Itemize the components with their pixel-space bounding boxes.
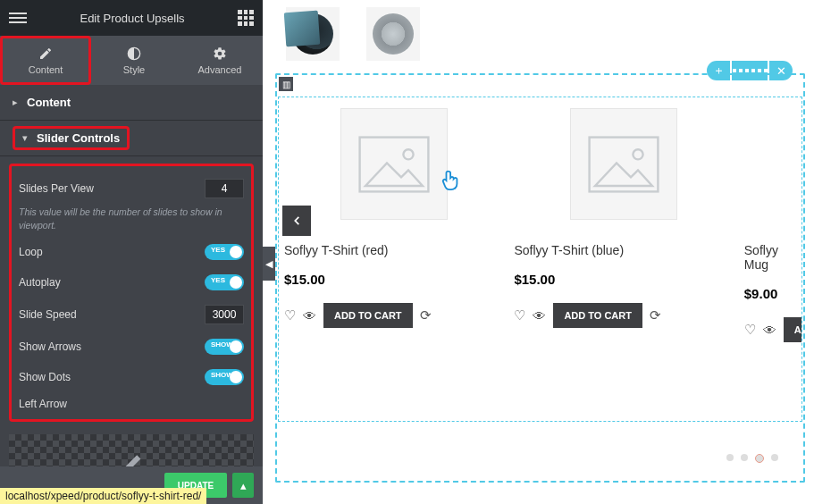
tab-advanced-label: Advanced xyxy=(198,64,242,75)
section-overlay[interactable]: ＋ ✕ ▥ Soflyy T-Shirt (red) $15.00 ♡ 👁 xyxy=(275,73,805,483)
quickview-icon[interactable]: 👁 xyxy=(303,308,316,323)
wishlist-icon[interactable]: ♡ xyxy=(744,322,756,338)
slider-controls-panel: Slides Per View This value will be the n… xyxy=(9,164,254,422)
product-card: Soflyy Mug $9.00 ♡ 👁 AD xyxy=(739,97,801,421)
slider-prev-button[interactable] xyxy=(282,206,311,236)
quickview-icon[interactable]: 👁 xyxy=(533,308,546,323)
editor-sidebar: Edit Product Upsells Content Style Advan… xyxy=(0,0,263,504)
dot[interactable] xyxy=(741,454,748,461)
field-slide-speed: Slide Speed xyxy=(19,298,244,332)
add-to-cart-button[interactable]: ADD TO CART xyxy=(553,303,642,328)
slide-speed-input[interactable] xyxy=(205,305,244,324)
add-to-cart-button[interactable]: ADD TO CART xyxy=(323,303,413,328)
product-title[interactable]: Soflyy Mug xyxy=(744,243,801,272)
pencil-icon xyxy=(38,46,53,61)
svg-rect-3 xyxy=(590,137,659,191)
show-arrows-toggle[interactable]: SHOW xyxy=(205,339,244,355)
menu-icon[interactable] xyxy=(9,9,27,27)
chevron-left-icon xyxy=(290,214,303,227)
thumb-2[interactable] xyxy=(366,7,420,61)
section-content-label: Content xyxy=(27,96,71,109)
svg-point-2 xyxy=(403,149,413,159)
wishlist-icon[interactable]: ♡ xyxy=(514,307,525,323)
dot[interactable] xyxy=(726,454,734,461)
field-show-arrows: Show Arrows SHOW xyxy=(19,332,244,362)
products-row: Soflyy T-Shirt (red) $15.00 ♡ 👁 ADD TO C… xyxy=(279,97,801,421)
slides-per-view-help: This value will be the number of slides … xyxy=(19,206,244,237)
delete-section-button[interactable]: ✕ xyxy=(769,61,793,80)
show-dots-label: Show Dots xyxy=(19,371,71,383)
dot-active[interactable] xyxy=(755,454,764,463)
tab-content-label: Content xyxy=(29,64,63,75)
slider-dots xyxy=(726,454,778,463)
product-card: Soflyy T-Shirt (red) $15.00 ♡ 👁 ADD TO C… xyxy=(279,97,508,421)
contrast-icon xyxy=(127,46,141,61)
field-slides-per-view: Slides Per View xyxy=(19,172,244,206)
update-options-button[interactable]: ▴ xyxy=(232,473,254,498)
panel-tabs: Content Style Advanced xyxy=(0,36,263,85)
section-header-content[interactable]: ▸ Content xyxy=(0,85,263,121)
product-price: $9.00 xyxy=(744,286,801,301)
sidebar-header: Edit Product Upsells xyxy=(0,0,263,36)
left-arrow-label: Left Arrow xyxy=(19,392,244,410)
gear-icon xyxy=(213,46,227,61)
autoplay-toggle[interactable]: YES xyxy=(205,274,244,290)
placeholder-image[interactable] xyxy=(570,108,677,220)
gallery-thumbs xyxy=(286,7,420,61)
tab-advanced[interactable]: Advanced xyxy=(177,36,263,85)
svg-rect-1 xyxy=(359,137,428,191)
image-placeholder-icon xyxy=(358,133,430,196)
loop-label: Loop xyxy=(19,246,43,258)
tab-style-label: Style xyxy=(123,64,145,75)
placeholder-image[interactable] xyxy=(340,108,448,220)
product-actions: ♡ 👁 AD xyxy=(744,317,801,342)
field-loop: Loop YES xyxy=(19,237,244,267)
product-title[interactable]: Soflyy T-Shirt (red) xyxy=(284,243,508,257)
cursor-hand-icon xyxy=(441,170,461,195)
field-autoplay: Autoplay YES xyxy=(19,267,244,298)
chevron-right-icon: ▸ xyxy=(13,97,18,108)
product-actions: ♡ 👁 ADD TO CART ⟳ xyxy=(514,303,738,328)
autoplay-label: Autoplay xyxy=(19,276,61,289)
product-price: $15.00 xyxy=(284,272,508,287)
section-slider-label: Slider Controls xyxy=(37,131,120,145)
compare-icon[interactable]: ⟳ xyxy=(420,307,432,323)
slide-speed-label: Slide Speed xyxy=(19,308,77,321)
product-price: $15.00 xyxy=(514,272,738,287)
show-dots-toggle[interactable]: SHOW xyxy=(205,369,244,385)
product-actions: ♡ 👁 ADD TO CART ⟳ xyxy=(284,303,508,328)
product-card: Soflyy T-Shirt (blue) $15.00 ♡ 👁 ADD TO … xyxy=(508,97,738,421)
loop-toggle[interactable]: YES xyxy=(205,244,244,260)
chevron-down-icon: ▾ xyxy=(22,132,28,144)
compare-icon[interactable]: ⟳ xyxy=(650,307,661,323)
dot[interactable] xyxy=(771,454,778,461)
widget-overlay[interactable]: Soflyy T-Shirt (red) $15.00 ♡ 👁 ADD TO C… xyxy=(278,97,802,422)
slides-per-view-input[interactable] xyxy=(205,179,244,198)
show-arrows-label: Show Arrows xyxy=(19,340,81,353)
add-to-cart-button[interactable]: AD xyxy=(784,317,801,342)
sidebar-collapse-toggle[interactable]: ◀ xyxy=(263,247,275,281)
thumb-1[interactable] xyxy=(286,7,340,61)
section-drag-handle[interactable] xyxy=(732,61,768,80)
svg-point-4 xyxy=(633,149,642,159)
section-header-slider-controls[interactable]: ▾ Slider Controls xyxy=(0,121,263,156)
slides-per-view-label: Slides Per View xyxy=(19,182,94,195)
field-show-dots: Show Dots SHOW xyxy=(19,362,244,392)
overlay-toolbar: ＋ ✕ xyxy=(707,61,793,80)
panel-title: Edit Product Upsells xyxy=(27,12,238,25)
product-title[interactable]: Soflyy T-Shirt (blue) xyxy=(514,243,738,257)
browser-status-bar: localhost/xpeed/product/soflyy-t-shirt-r… xyxy=(0,488,206,504)
tab-style[interactable]: Style xyxy=(91,36,177,85)
tab-content[interactable]: Content xyxy=(0,36,91,85)
apps-icon[interactable] xyxy=(238,10,254,26)
add-section-button[interactable]: ＋ xyxy=(707,61,730,80)
image-placeholder-icon xyxy=(588,133,659,196)
quickview-icon[interactable]: 👁 xyxy=(763,323,776,338)
preview-area: ◀ ＋ ✕ ▥ Soflyy T-Shirt (red) $15.00 xyxy=(263,0,814,504)
column-icon[interactable]: ▥ xyxy=(279,77,293,91)
wishlist-icon[interactable]: ♡ xyxy=(284,307,296,323)
